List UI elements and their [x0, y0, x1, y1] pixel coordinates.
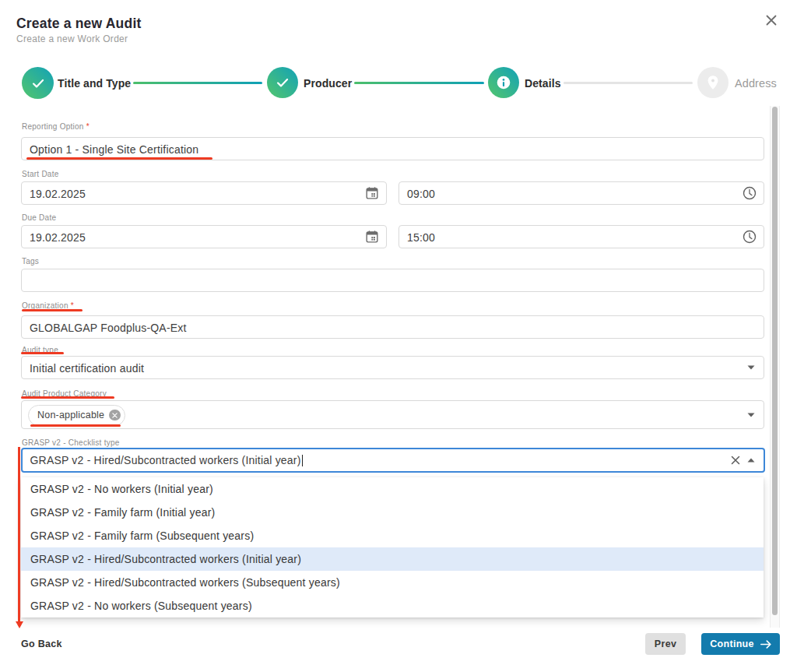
- chip-label: Non-applicable: [37, 410, 104, 420]
- annotation-underline-audit-product-category-label: [21, 396, 114, 399]
- annotation-arrow-line: [18, 447, 20, 622]
- chip-remove-x-icon: [112, 413, 118, 418]
- tags-input[interactable]: [21, 269, 764, 292]
- clear-x-icon[interactable]: [731, 456, 740, 465]
- page-title: Create a new Audit: [16, 16, 142, 32]
- grasp-checklist-input[interactable]: GRASP v2 - Hired/Subcontracted workers (…: [21, 448, 765, 473]
- step-label-details: Details: [525, 77, 561, 90]
- grasp-checklist-dropdown: GRASP v2 - No workers (Initial year) GRA…: [21, 477, 764, 617]
- start-date-value: 19.02.2025: [22, 182, 386, 206]
- start-time-input[interactable]: 09:00: [398, 181, 764, 205]
- start-date-label: Start Date: [22, 170, 59, 178]
- step-label-title-and-type: Title and Type: [58, 77, 131, 90]
- annotation-arrow-head: [16, 621, 23, 628]
- location-pin-icon: [697, 67, 729, 98]
- organization-value: GLOBALGAP Foodplus-QA-Ext: [22, 316, 764, 340]
- text-cursor: [302, 455, 304, 466]
- dropdown-option[interactable]: GRASP v2 - Family farm (Initial year): [21, 501, 764, 524]
- audit-type-value: Initial certification audit: [22, 357, 764, 380]
- due-time-input[interactable]: 15:00: [398, 225, 764, 248]
- annotation-underline-chip: [30, 424, 121, 427]
- step-label-producer: Producer: [304, 77, 352, 90]
- continue-button[interactable]: Continue: [701, 633, 780, 655]
- non-applicable-chip[interactable]: Non-applicable: [28, 405, 125, 426]
- grasp-checklist-label: GRASP v2 - Checklist type: [22, 438, 120, 447]
- due-date-label: Due Date: [22, 213, 56, 222]
- start-date-input[interactable]: 19.02.2025: [21, 181, 387, 205]
- close-icon: [764, 13, 778, 27]
- go-back-link[interactable]: Go Back: [21, 639, 62, 649]
- reporting-option-label: Reporting Option *: [22, 122, 90, 131]
- step-circle-address[interactable]: [697, 67, 729, 98]
- due-time-value: 15:00: [399, 226, 764, 249]
- start-time-value: 09:00: [399, 182, 764, 206]
- dropdown-option-highlighted[interactable]: GRASP v2 - Hired/Subcontracted workers (…: [21, 547, 764, 571]
- chip-remove-button[interactable]: [109, 410, 121, 421]
- audit-product-category-select[interactable]: Non-applicable: [21, 400, 764, 429]
- clock-icon[interactable]: [743, 186, 757, 200]
- step-connector-1: [133, 82, 262, 84]
- dropdown-option[interactable]: GRASP v2 - Hired/Subcontracted workers (…: [21, 571, 764, 594]
- due-date-input[interactable]: 19.02.2025: [21, 225, 387, 248]
- check-icon: [30, 75, 47, 92]
- step-circle-title-and-type[interactable]: [22, 67, 54, 99]
- step-connector-3: [564, 82, 693, 84]
- info-icon: [488, 67, 519, 98]
- close-button[interactable]: [764, 13, 778, 27]
- dropdown-option[interactable]: GRASP v2 - Family farm (Subsequent years…: [21, 524, 764, 547]
- page-subtitle: Create a new Work Order: [16, 33, 128, 44]
- prev-button[interactable]: Prev: [645, 633, 686, 655]
- organization-input[interactable]: GLOBALGAP Foodplus-QA-Ext: [21, 315, 764, 339]
- grasp-checklist-value: GRASP v2 - Hired/Subcontracted workers (…: [23, 449, 764, 471]
- step-label-address: Address: [735, 77, 777, 90]
- scrollbar-thumb[interactable]: [772, 107, 778, 615]
- chevron-up-icon[interactable]: [747, 458, 755, 463]
- continue-label: Continue: [710, 639, 754, 649]
- dropdown-option[interactable]: GRASP v2 - No workers (Subsequent years): [21, 594, 764, 617]
- arrow-right-icon: [760, 640, 771, 649]
- dropdown-option[interactable]: GRASP v2 - No workers (Initial year): [21, 477, 764, 501]
- tags-label: Tags: [22, 257, 39, 266]
- step-circle-details[interactable]: [488, 67, 519, 98]
- calendar-icon[interactable]: [365, 230, 379, 244]
- calendar-icon[interactable]: [365, 186, 379, 200]
- clock-icon[interactable]: [743, 230, 757, 244]
- due-date-value: 19.02.2025: [22, 226, 386, 249]
- annotation-underline-audit-type: [21, 352, 64, 354]
- chevron-down-icon: [747, 413, 755, 417]
- audit-type-select[interactable]: Initial certification audit: [21, 356, 764, 379]
- chevron-down-icon: [747, 365, 755, 370]
- step-circle-producer[interactable]: [267, 67, 298, 98]
- annotation-underline-organization: [22, 309, 83, 311]
- check-icon: [274, 74, 291, 91]
- annotation-underline-reporting-option: [26, 157, 212, 160]
- step-connector-2: [354, 82, 484, 84]
